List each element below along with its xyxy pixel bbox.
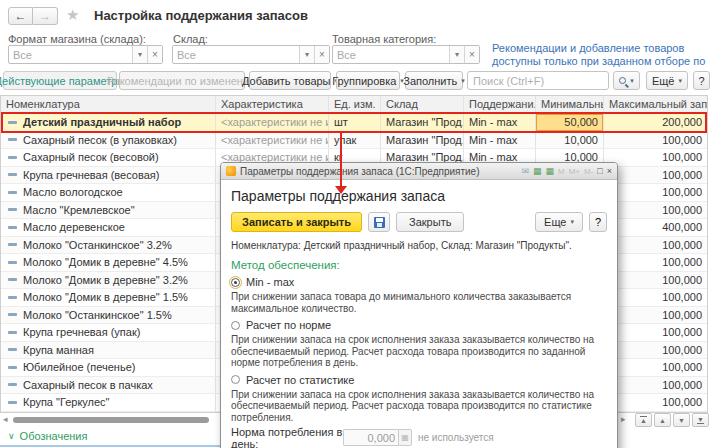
table-cell: Молоко "Останкинское" 1.5% — [1, 307, 216, 324]
table-cell: 100,000 — [604, 289, 707, 306]
forward-button[interactable]: → — [33, 7, 58, 25]
dialog-titlebar[interactable]: Параметры поддержания запаса (1С:Предпри… — [221, 163, 617, 180]
back-button[interactable]: ← — [8, 7, 33, 25]
table-cell: Масло "Кремлевское" — [1, 202, 216, 219]
radio-label: Расчет по статистике — [246, 374, 354, 386]
row-status-icon — [8, 383, 17, 386]
table-scroll-buttons: ▲ ▲ ▼ ▼ — [635, 413, 709, 427]
field-label: Норма потребления в день: — [231, 426, 343, 448]
column-header-method[interactable]: Поддержани... — [464, 96, 536, 113]
row-status-icon — [8, 261, 17, 264]
filter-sklad-combo[interactable]: ▾ × — [172, 45, 330, 64]
table-cell: 100,000 — [604, 307, 707, 324]
clear-icon[interactable]: × — [464, 46, 479, 63]
scroll-top-button[interactable]: ▲ — [635, 413, 652, 427]
legend-link[interactable]: ∨ Обозначения — [8, 430, 87, 442]
table-cell: 100,000 — [604, 394, 707, 411]
row-status-icon — [8, 156, 17, 159]
field-suffix: не используется — [418, 432, 494, 443]
table-cell: Сахарный песок в пачках — [1, 377, 216, 394]
column-header-characteristic[interactable]: Характеристика — [216, 96, 329, 113]
send-icon[interactable]: ✉ — [521, 166, 529, 176]
grouping-button[interactable]: Группировка▾ — [336, 71, 400, 90]
page-title: Настройка поддержания запасов — [94, 8, 308, 23]
row-status-icon — [8, 296, 17, 299]
table-cell: 100,000 — [604, 377, 707, 394]
table-cell: 400,000 — [604, 219, 707, 236]
column-header-nomenclature[interactable]: Номенклатура — [1, 96, 216, 113]
filter-label-format: Формат магазина (склада): — [8, 33, 146, 45]
table-row[interactable]: Сахарный песок (в упаковках)<характерист… — [1, 132, 707, 150]
table-cell: 100,000 — [604, 202, 707, 219]
table-cell: Крупа "Геркулес" — [1, 394, 216, 411]
radio-by-norm[interactable]: Расчет по норме — [231, 319, 607, 331]
filter-format-input[interactable] — [9, 46, 132, 63]
dialog-more-button[interactable]: Еще▾ — [535, 212, 583, 232]
column-header-min[interactable]: Минимальный запас — [536, 96, 604, 113]
calendar-icon[interactable]: ▦ — [533, 166, 542, 176]
more-label: Ещё — [652, 75, 675, 87]
column-header-sklad[interactable]: Склад — [381, 96, 464, 113]
up-icon: ▲ — [640, 416, 647, 424]
filter-category-input[interactable] — [333, 46, 449, 63]
dialog-subtitle: Номенклатура: Детский праздничный набор,… — [231, 240, 607, 251]
chevron-down-icon: ▾ — [570, 218, 574, 226]
clear-icon[interactable]: × — [314, 46, 329, 63]
hscroll-thumb[interactable] — [13, 417, 209, 423]
table-cell: Детский праздничный набор — [1, 114, 216, 131]
radio-min-max[interactable]: Min - max — [231, 276, 607, 288]
add-products-button[interactable]: Добавить товары▾ — [249, 71, 331, 90]
scroll-bottom-button[interactable]: ▼ — [692, 413, 709, 427]
chevron-down-icon: ▾ — [461, 77, 465, 85]
table-cell: Магазин "Прод... — [381, 132, 464, 149]
calculator-icon[interactable]: ▦ — [545, 166, 554, 176]
radio-by-statistics[interactable]: Расчет по статистике — [231, 374, 607, 386]
favorite-star-icon[interactable]: ★ — [66, 6, 79, 24]
clear-icon[interactable]: × — [147, 46, 162, 63]
filter-format-combo[interactable]: ▾ × — [8, 45, 163, 64]
row-status-icon — [8, 366, 17, 369]
search-box[interactable]: × — [467, 71, 609, 90]
scroll-down-button[interactable]: ▼ — [673, 413, 690, 427]
table-cell: 100,000 — [604, 237, 707, 254]
search-options-button[interactable]: ▾ — [613, 71, 640, 90]
filter-category-combo[interactable]: ▾ × — [332, 45, 480, 64]
save-button[interactable] — [368, 212, 390, 232]
save-and-close-button[interactable]: Записать и закрыть — [231, 212, 362, 232]
column-header-max[interactable]: Максимальный запас — [604, 96, 707, 113]
search-input[interactable] — [468, 72, 620, 89]
filter-label-category: Товарная категория: — [332, 33, 436, 45]
chevron-down-icon[interactable]: ▾ — [449, 46, 464, 63]
filter-sklad-input[interactable] — [173, 46, 299, 63]
dialog-help-button[interactable]: ? — [589, 212, 607, 232]
chevron-down-icon[interactable]: ▾ — [132, 46, 147, 63]
table-cell: упак — [329, 132, 381, 149]
radio-icon — [231, 278, 240, 287]
radio-icon — [231, 321, 240, 330]
row-status-icon — [8, 348, 17, 351]
hscroll-right-icon[interactable]: ▸ — [621, 414, 626, 424]
table-cell: Сахарный песок (весовой) — [1, 149, 216, 166]
more-button[interactable]: Ещё▾ — [646, 71, 688, 90]
scroll-up-button[interactable]: ▲ — [654, 413, 671, 427]
table-row[interactable]: Детский праздничный набор<характеристики… — [1, 114, 707, 132]
floppy-icon — [374, 217, 385, 228]
app-window: ← → ★ Настройка поддержания запасов Форм… — [0, 0, 717, 448]
down-icon: ▼ — [678, 417, 685, 424]
fill-label: Заполнить — [403, 75, 457, 87]
option-description: При снижении запаса товара до минимально… — [231, 291, 607, 314]
norm-input[interactable] — [343, 429, 398, 446]
close-button[interactable]: Закрыть — [396, 212, 464, 232]
column-header-unit[interactable]: Ед. изм. — [329, 96, 381, 113]
calc-icon[interactable]: ▦ — [398, 429, 412, 446]
active-params-button[interactable]: Действующие параметры — [3, 71, 117, 90]
table-cell: 100,000 — [604, 324, 707, 341]
close-icon[interactable]: × — [607, 166, 612, 176]
fill-button[interactable]: Заполнить▾ — [405, 71, 463, 90]
row-status-icon — [8, 121, 17, 124]
maximize-icon[interactable]: □ — [597, 166, 602, 176]
table-cell: 100,000 — [604, 184, 707, 201]
hscroll-left-icon[interactable]: ◂ — [3, 414, 8, 424]
chevron-down-icon[interactable]: ▾ — [299, 46, 314, 63]
help-button[interactable]: ? — [693, 71, 710, 90]
